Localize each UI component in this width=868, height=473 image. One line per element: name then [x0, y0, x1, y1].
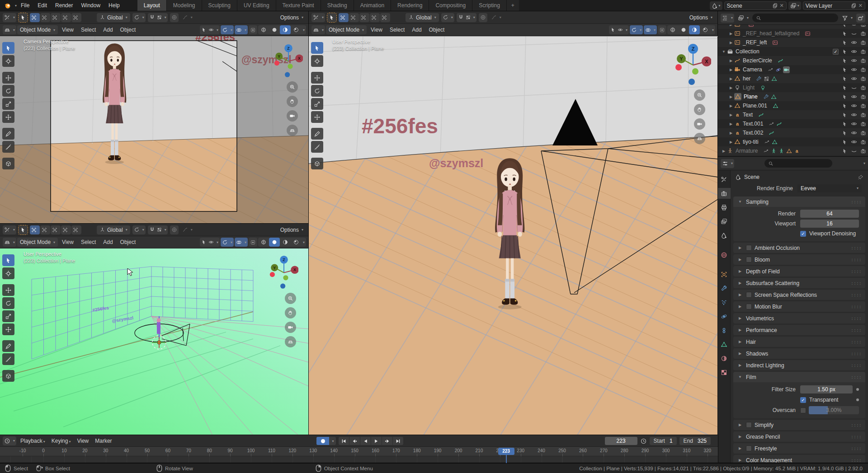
- menu-edit[interactable]: Edit: [33, 0, 51, 11]
- falloff-dropdown[interactable]: ▾: [181, 225, 194, 234]
- tool-move[interactable]: [2, 284, 14, 296]
- workspace-tab-rendering[interactable]: Rendering: [391, 0, 429, 11]
- falloff-dropdown[interactable]: ▾: [181, 13, 194, 22]
- select-mode-3[interactable]: [370, 13, 380, 22]
- eye-open-icon[interactable]: [851, 121, 857, 127]
- select-mode-1[interactable]: [40, 225, 50, 234]
- samples-render-field[interactable]: 64: [800, 210, 859, 218]
- viewport-camera[interactable]: ▾Global▾▾▾▾Options▾ ▾Object Mode▾ViewSel…: [0, 11, 309, 224]
- shading-solid[interactable]: [678, 25, 689, 34]
- eye-open-icon[interactable]: [851, 94, 857, 100]
- properties-tab-tool[interactable]: [718, 174, 731, 185]
- select-mode-2[interactable]: [51, 13, 61, 22]
- disclosure-icon[interactable]: ▶: [728, 131, 734, 135]
- collection-checkbox[interactable]: ✓: [833, 49, 839, 55]
- active-tool-selector[interactable]: ▾: [3, 13, 16, 22]
- outliner-item-plane.001[interactable]: ▶Plane.001: [718, 101, 868, 110]
- tool-scale[interactable]: [311, 98, 323, 110]
- viewport-menu-select[interactable]: Select: [387, 27, 408, 33]
- animate-dot-icon[interactable]: [856, 398, 859, 401]
- frame-end-field[interactable]: End325: [679, 437, 711, 445]
- properties-options-chevron-icon[interactable]: ▾: [863, 161, 865, 165]
- shading-wireframe[interactable]: [667, 25, 678, 34]
- tool-select-box[interactable]: [2, 254, 14, 266]
- panel-performance[interactable]: ▶Performance::::: [733, 325, 865, 335]
- editor-type-button[interactable]: ▾: [721, 14, 734, 23]
- workspace-tab-modeling[interactable]: Modeling: [167, 0, 202, 11]
- nav-zoom-button[interactable]: [285, 293, 296, 304]
- render-visibility-icon[interactable]: [860, 103, 866, 109]
- menu-render[interactable]: Render: [51, 0, 77, 11]
- panel-checkbox[interactable]: [746, 422, 752, 428]
- disclosure-icon[interactable]: ▶: [728, 32, 734, 36]
- eye-open-icon[interactable]: [851, 48, 857, 55]
- selectable-icon[interactable]: [842, 25, 848, 28]
- timeline-menu-view[interactable]: View: [74, 438, 92, 444]
- render-visibility-icon[interactable]: [860, 121, 866, 127]
- object-visibility-dropdown[interactable]: ▾: [200, 238, 220, 247]
- outliner-item-armature[interactable]: ▶Armature: [718, 146, 868, 155]
- selectable-icon[interactable]: [842, 67, 848, 73]
- properties-tab-scene[interactable]: [718, 230, 731, 241]
- active-tool-select-box[interactable]: [19, 225, 28, 234]
- playhead-badge[interactable]: 223: [498, 448, 514, 455]
- shading-wireframe[interactable]: [258, 25, 269, 34]
- render-visibility-icon[interactable]: [860, 49, 866, 55]
- object-visibility-dropdown[interactable]: ▾: [200, 25, 220, 34]
- disclosure-icon[interactable]: ▶: [728, 140, 734, 144]
- outliner-item-camera[interactable]: ▶Camera: [718, 65, 868, 74]
- panel-ambient-occlusion[interactable]: ▶Ambient Occlusion::::: [733, 243, 865, 253]
- disclosure-icon[interactable]: ▶: [728, 41, 734, 45]
- render-visibility-icon[interactable]: [860, 112, 866, 118]
- render-visibility-icon[interactable]: [860, 67, 866, 73]
- panel-checkbox[interactable]: [746, 245, 752, 251]
- timeline-editor[interactable]: ▾ Playback▾Keying▾ViewMarker ▾ 223 Start…: [0, 435, 718, 463]
- timeline-menu-marker[interactable]: Marker: [92, 438, 115, 444]
- frame-start-field[interactable]: Start1: [650, 437, 677, 445]
- render-visibility-icon[interactable]: [860, 40, 866, 46]
- eye-open-icon[interactable]: [851, 112, 857, 118]
- panel-checkbox[interactable]: [746, 292, 752, 298]
- tool-cursor[interactable]: [2, 267, 14, 279]
- panel-checkbox[interactable]: [746, 445, 752, 451]
- tool-rotate[interactable]: [2, 297, 14, 309]
- selectable-icon[interactable]: [842, 76, 848, 82]
- shading-material[interactable]: [689, 25, 700, 34]
- workspace-tab-texture-paint[interactable]: Texture Paint: [276, 0, 321, 11]
- viewport-menu-add[interactable]: Add: [100, 27, 116, 33]
- disclosure-icon[interactable]: ▶: [721, 149, 727, 153]
- select-mode-3[interactable]: [61, 13, 71, 22]
- eye-closed-icon[interactable]: [851, 25, 857, 28]
- active-tool-select-box[interactable]: [327, 13, 336, 22]
- nav-zoom-button[interactable]: [287, 81, 298, 93]
- viewport-main-canvas[interactable]: #256fes @szymszl User Perspective (223) …: [309, 36, 718, 435]
- properties-tab-world[interactable]: [718, 249, 731, 260]
- tool-move[interactable]: [311, 72, 323, 84]
- disclosure-icon[interactable]: ▶: [728, 122, 734, 126]
- select-mode-4[interactable]: [71, 225, 81, 234]
- render-visibility-icon[interactable]: [860, 148, 866, 154]
- select-mode-0[interactable]: [30, 13, 40, 22]
- preview-range-clock-icon[interactable]: [640, 438, 647, 445]
- viewport-menu-view[interactable]: View: [59, 239, 77, 245]
- tool-annotate[interactable]: [2, 128, 14, 140]
- remove-view-layer-icon[interactable]: ✕: [859, 3, 863, 9]
- view-layer-field[interactable]: View Layer ✕: [803, 1, 865, 10]
- selectable-icon[interactable]: [842, 85, 848, 91]
- render-visibility-icon[interactable]: [860, 31, 866, 37]
- tool-cursor[interactable]: [311, 55, 323, 67]
- render-visibility-icon[interactable]: [860, 130, 866, 136]
- nav-camera-button[interactable]: [694, 118, 705, 130]
- selectable-icon[interactable]: [842, 58, 848, 64]
- panel-hair[interactable]: ▶Hair::::: [733, 337, 865, 347]
- render-visibility-icon[interactable]: [860, 139, 866, 145]
- mode-dropdown[interactable]: Object Mode▾: [17, 238, 58, 247]
- shading-rendered[interactable]: [291, 238, 302, 247]
- panel-checkbox[interactable]: [746, 257, 752, 262]
- transform-orientation-dropdown[interactable]: Global▾: [97, 13, 130, 22]
- eye-closed-icon[interactable]: [851, 148, 857, 154]
- transport-play-reverse-button[interactable]: [360, 437, 371, 445]
- select-mode-3[interactable]: [61, 225, 71, 234]
- tool-measure[interactable]: [2, 353, 14, 365]
- current-frame-field[interactable]: 223: [605, 437, 637, 445]
